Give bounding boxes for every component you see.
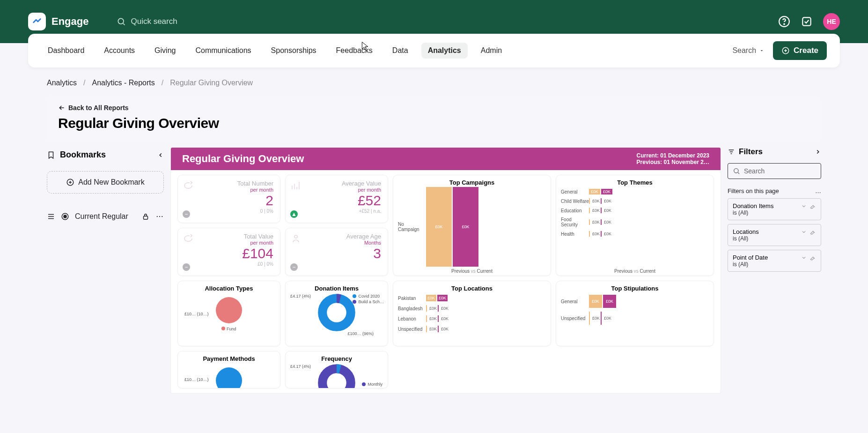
help-icon[interactable] [778,15,790,28]
chevron-down-icon[interactable] [801,229,807,235]
page-header: Back to All Reports Regular Giving Overv… [47,97,821,142]
svg-point-16 [216,367,242,388]
quick-search-label: Quick search [131,17,177,26]
crumb-item[interactable]: Analytics - Reports [92,79,154,87]
filters-search-input[interactable]: Search [728,163,821,179]
app-logo[interactable] [28,13,46,30]
bookmark-row-current[interactable]: Current Regular [47,212,164,221]
back-link-label: Back to All Reports [68,104,129,112]
lock-icon[interactable] [141,212,150,221]
filters-header: Filters [739,147,763,157]
create-button[interactable]: Create [773,41,827,60]
bar-row: Health £0K £0K [561,231,709,237]
crumb-item[interactable]: Analytics [47,79,77,87]
menu-icon[interactable] [47,212,55,221]
kpi-total-value: Total Value per month £104 £0 | 0% − [177,228,280,276]
cursor-icon [360,41,370,51]
eraser-icon[interactable] [809,203,816,209]
chart-title: Top Campaigns [398,179,546,186]
back-link[interactable]: Back to All Reports [58,104,129,112]
kpi-average-age: Average Age Months 3 − [285,228,388,276]
kpi-sublabel: per month [184,187,273,193]
svg-point-9 [157,216,158,217]
svg-point-13 [216,297,242,323]
kpi-foot: 0 | 0% [184,209,273,214]
svg-point-10 [159,216,160,217]
kpi-label: Total Value [184,233,273,240]
chevron-down-icon[interactable] [801,255,807,261]
quick-search[interactable]: Quick search [117,17,177,26]
more-icon[interactable]: … [815,187,821,194]
nav-search-dropdown[interactable]: Search [732,46,765,55]
bookmarks-header: Bookmarks [60,150,106,160]
kpi-trend-flat-icon: − [290,263,298,271]
collapse-left-icon[interactable] [157,152,164,158]
chart-title: Top Locations [398,285,546,292]
svg-point-0 [118,18,124,24]
eraser-icon[interactable] [809,254,816,261]
kpi-sublabel: per month [292,187,381,193]
radio-selected-icon[interactable] [61,212,69,221]
legend-label: Covid 2020 [358,294,380,299]
crumb-sep: / [162,79,163,87]
bar-row: Food Security £0K £0K [561,217,709,227]
more-icon[interactable] [155,212,164,221]
kpi-trend-flat-icon: − [183,210,190,218]
chart-title: Payment Methods [183,355,275,362]
nav-item-data[interactable]: Data [386,43,415,59]
nav-item-sponsorships[interactable]: Sponsorships [265,43,323,59]
nav-item-admin[interactable]: Admin [474,43,508,59]
kpi-sublabel: Months [292,240,381,246]
kpi-total-number: Total Number per month 2 0 | 0% − [177,175,280,223]
brand-label: Engage [51,15,88,28]
nav-item-dashboard[interactable]: Dashboard [41,43,91,59]
breadcrumb: Analytics/Analytics - Reports/Regular Gi… [0,67,868,93]
bar-row: Lebanon £0K £0K [398,315,546,322]
svg-point-7 [63,215,67,218]
bar-row: Pakistan £0K £0K [398,295,546,301]
svg-point-12 [294,235,297,238]
filter-icon [728,148,735,156]
kpi-value: £52 [292,194,381,208]
top-campaigns-card: Top Campaigns No Campaign £0K £0K Previo… [393,175,551,276]
bar-row: No Campaign £0K £0K [398,187,478,267]
filter-card[interactable]: Locations is (All) [728,224,821,246]
kpi-sublabel: per month [184,240,273,246]
bar-row: Education £0K £0K [561,208,709,213]
allocation-types-card: Allocation Types £10… (10…) Fund [177,281,280,346]
kpi-foot: £0 | 0% [184,261,273,267]
nav-item-feedbacks[interactable]: Feedbacks [330,43,379,59]
add-bookmark-button[interactable]: Add New Bookmark [47,171,164,194]
kpi-label: Average Age [292,233,381,240]
tasks-icon[interactable] [801,15,813,28]
eraser-icon[interactable] [809,229,816,235]
slice-label: £10… (10…) [184,377,209,382]
legend-label: Monthly [368,382,383,387]
nav-item-accounts[interactable]: Accounts [97,43,141,59]
nav-item-giving[interactable]: Giving [148,43,182,59]
legend-label: Annually [368,388,384,388]
collapse-right-icon[interactable] [815,149,821,155]
report-date-current: Current: 01 December 2023 [637,152,709,159]
user-avatar[interactable]: HE [823,13,840,30]
nav-item-communications[interactable]: Communications [189,43,257,59]
nav-item-analytics[interactable]: Analytics [421,43,468,59]
kpi-trend-up-icon: ▲ [290,210,298,218]
kpi-label: Average Value [292,180,381,187]
page-title: Regular Giving Overview [58,115,810,131]
slice-label: £4.17 (4%) [290,294,311,299]
report-header: Regular Giving Overview Current: 01 Dece… [171,148,721,170]
svg-point-19 [734,169,738,173]
crumb-item: Regular Giving Overview [170,79,253,87]
chart-foot: Previous vs Current [451,269,493,274]
kpi-value: 3 [292,246,381,261]
filters-panel: Filters Search Filters on this page … Do… [728,147,821,394]
filter-card[interactable]: Point of Date is (All) [728,250,821,272]
report-title: Regular Giving Overview [182,153,304,165]
filter-card[interactable]: Donation Items is (All) [728,198,821,220]
kpi-trend-flat-icon: − [183,263,190,271]
create-button-label: Create [794,46,818,55]
top-themes-card: Top Themes General £0K £0K Child Welfare… [556,175,714,276]
nav-search-label: Search [732,46,756,55]
chevron-down-icon[interactable] [801,203,807,209]
